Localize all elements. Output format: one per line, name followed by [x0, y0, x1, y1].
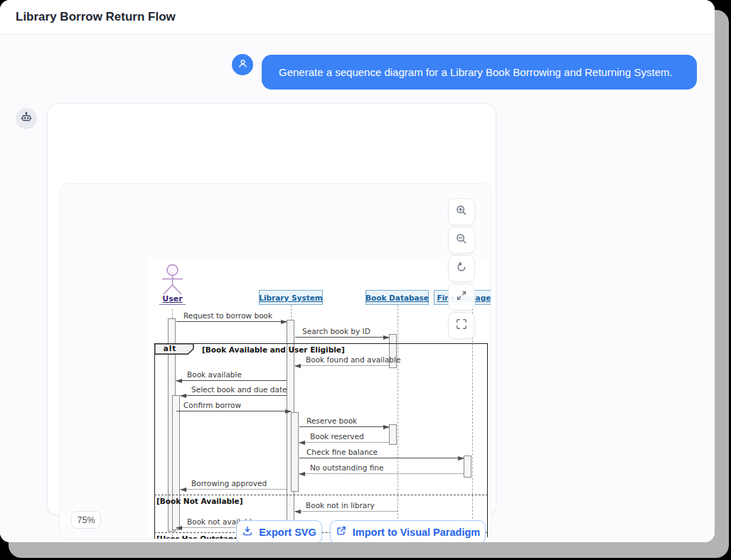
reset-view-button[interactable]	[448, 255, 475, 282]
message: Book found and available	[295, 354, 389, 366]
fragment-divider-1	[154, 495, 488, 495]
zoom-level-badge: 75%	[71, 511, 101, 529]
import-visual-paradigm-button[interactable]: Import to Visual Paradigm	[330, 520, 486, 542]
person-icon	[237, 58, 249, 72]
export-svg-label: Export SVG	[259, 527, 316, 538]
expand-button[interactable]	[448, 284, 475, 311]
participant-book-database[interactable]: Book Database	[366, 290, 429, 305]
fullscreen-icon	[455, 318, 468, 333]
zoom-in-button[interactable]	[448, 198, 475, 225]
zoom-out-button[interactable]	[448, 227, 475, 254]
fullscreen-button[interactable]	[448, 312, 475, 339]
app-window: Library Borrow Return Flow Generate a se…	[0, 0, 715, 542]
assistant-avatar	[16, 108, 37, 129]
diagram-card: User Library System Book Database Fine M…	[47, 103, 496, 516]
message: Select book and due date	[181, 384, 287, 396]
guard-book-available: [Book Available and User Eligible]	[202, 345, 345, 354]
message: Search book by ID	[295, 325, 389, 338]
guard-book-not-available: [Book Not Available]	[156, 497, 243, 505]
import-visual-paradigm-label: Import to Visual Paradigm	[353, 527, 480, 538]
message: Confirm borrow	[176, 399, 291, 411]
message: Book available	[176, 369, 287, 381]
actor-user-label[interactable]: User	[159, 294, 186, 305]
robot-icon	[20, 111, 33, 126]
message: No outstanding fine	[299, 462, 464, 474]
user-message-bubble: Generate a sequence diagram for a Librar…	[262, 55, 697, 90]
reset-view-icon	[455, 261, 468, 276]
download-icon	[242, 525, 253, 539]
external-link-icon	[336, 525, 347, 539]
diagram-viewport[interactable]: User Library System Book Database Fine M…	[59, 183, 491, 539]
app-header: Library Borrow Return Flow	[0, 0, 715, 35]
zoom-out-icon	[455, 232, 468, 248]
message: Book reserved	[299, 431, 389, 443]
screen: Library Borrow Return Flow Generate a se…	[0, 0, 731, 560]
export-svg-button[interactable]: Export SVG	[236, 520, 322, 542]
participant-library-system[interactable]: Library System	[259, 290, 323, 305]
message: Book not in library	[295, 500, 397, 512]
chat-content: Generate a sequence diagram for a Librar…	[0, 35, 715, 542]
message: Request to borrow book	[176, 310, 287, 322]
expand-icon	[455, 289, 468, 305]
alt-operator-box: alt	[154, 343, 194, 355]
message: Borrowing approved	[181, 478, 287, 490]
zoom-in-icon	[455, 204, 468, 220]
page-title: Library Borrow Return Flow	[16, 10, 176, 24]
message: Reserve book	[299, 415, 389, 427]
message: Check fine balance	[299, 446, 464, 458]
alt-operator-label: alt	[154, 344, 186, 352]
user-avatar	[232, 54, 253, 75]
actor-figure-icon	[159, 261, 186, 299]
